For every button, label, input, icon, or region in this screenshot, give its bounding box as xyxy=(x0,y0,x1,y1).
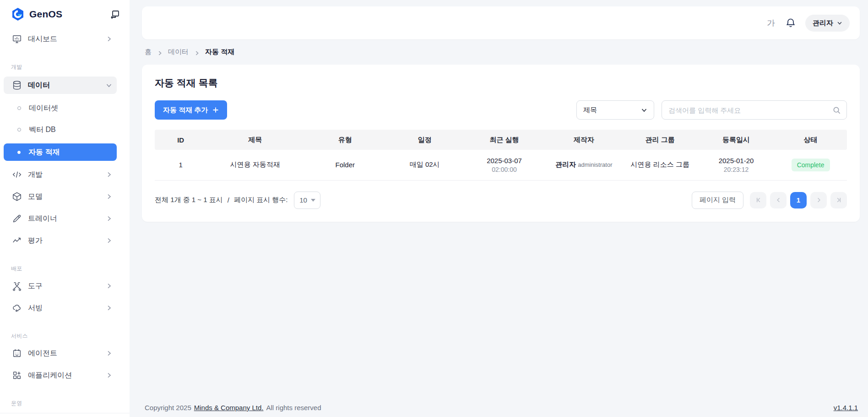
bullet-icon xyxy=(17,151,21,154)
main-area: 가 관리자 홈 데이터 자동 적재 자동 적재 목록 자동 적재 추가 xyxy=(130,0,868,417)
search-input[interactable] xyxy=(668,106,832,114)
first-page-icon xyxy=(755,197,762,203)
chevron-right-icon xyxy=(815,197,822,203)
breadcrumb: 홈 데이터 자동 적재 xyxy=(145,48,860,56)
rows-per-page-value: 10 xyxy=(299,196,307,204)
content-card: 자동 적재 목록 자동 적재 추가 제목 xyxy=(142,65,860,222)
sidebar-item-label: 데이터셋 xyxy=(29,104,58,113)
col-status: 상태 xyxy=(774,130,847,150)
caret-down-icon xyxy=(311,199,315,202)
cell-schedule: 매일 02시 xyxy=(387,150,463,180)
sidebar-item-label: 서빙 xyxy=(28,303,106,313)
sidebar-item-dataset[interactable]: 데이터셋 xyxy=(4,100,117,116)
chevron-down-icon xyxy=(106,82,112,88)
chevron-right-icon xyxy=(106,350,112,357)
database-icon xyxy=(12,80,22,90)
pencil-icon xyxy=(12,214,22,224)
cell-created-at: 2025-01-20 20:23:12 xyxy=(698,150,774,180)
font-size-toggle[interactable]: 가 xyxy=(767,17,775,28)
sidebar-item-label: 애플리케이션 xyxy=(28,371,106,380)
next-page-button[interactable] xyxy=(810,192,827,208)
sidebar-item-label: 트레이너 xyxy=(28,214,106,224)
table-header-row: ID 제목 유형 일정 최근 실행 제작자 관리 그룹 등록일시 상태 xyxy=(155,130,847,150)
bullet-icon xyxy=(17,128,21,132)
cell-title: 시연용 자동적재 xyxy=(206,150,304,180)
breadcrumb-current: 자동 적재 xyxy=(205,48,234,56)
chevron-right-icon xyxy=(106,36,112,42)
sidebar-bottom: 사용자 페이지 xyxy=(0,413,130,417)
cell-group: 시연용 리소스 그룹 xyxy=(622,150,698,180)
sidebar-nav: 대시보드 개발 데이터 데이터셋 벡터 xyxy=(0,26,130,413)
cell-creator: 관리자administrator xyxy=(546,150,622,180)
chevron-left-icon xyxy=(775,197,782,203)
breadcrumb-home[interactable]: 홈 xyxy=(145,48,152,56)
sidebar-item-label: 에이전트 xyxy=(28,349,106,358)
sidebar-item-develop[interactable]: 개발 xyxy=(4,167,117,182)
sidebar-item-application[interactable]: 애플리케이션 xyxy=(4,368,117,383)
sidebar-item-auto-load[interactable]: 자동 적재 xyxy=(4,143,117,161)
sidebar-item-tools[interactable]: 도구 xyxy=(4,278,117,294)
breadcrumb-data[interactable]: 데이터 xyxy=(168,48,189,56)
collapse-sidebar-icon[interactable] xyxy=(109,9,120,20)
sidebar-item-dashboard[interactable]: 대시보드 xyxy=(4,31,117,47)
first-page-button[interactable] xyxy=(750,192,766,208)
prev-page-button[interactable] xyxy=(770,192,787,208)
add-button-label: 자동 적재 추가 xyxy=(163,106,208,115)
sidebar-item-label: 대시보드 xyxy=(28,34,106,44)
chevron-right-icon xyxy=(106,193,112,200)
chevron-right-icon xyxy=(106,215,112,222)
cell-type: Folder xyxy=(304,150,386,180)
page-title: 자동 적재 목록 xyxy=(155,77,847,89)
cube-icon xyxy=(12,192,22,202)
chevron-right-icon xyxy=(106,237,112,244)
sidebar-item-trainer[interactable]: 트레이너 xyxy=(4,211,117,226)
col-creator: 제작자 xyxy=(546,130,622,150)
table-footer: 전체 1개 중 1 ~ 1 표시 / 페이지 표시 행수: 10 페이지 입력 xyxy=(155,192,847,209)
app-title: GenOS xyxy=(29,9,109,20)
rows-per-page-select[interactable]: 10 xyxy=(294,192,320,209)
page-input-button[interactable]: 페이지 입력 xyxy=(692,192,743,209)
chevron-right-icon xyxy=(106,171,112,178)
sidebar-item-vector-db[interactable]: 벡터 DB xyxy=(4,122,117,137)
top-bar: 가 관리자 xyxy=(142,6,860,39)
search-icon[interactable] xyxy=(832,106,841,115)
chevron-right-icon xyxy=(106,283,112,289)
toolbar: 자동 적재 추가 제목 xyxy=(155,100,847,120)
chart-icon xyxy=(12,236,22,246)
col-title: 제목 xyxy=(206,130,304,150)
section-label-operations: 운영 xyxy=(11,400,130,407)
sidebar-item-data[interactable]: 데이터 xyxy=(4,77,117,94)
chevron-right-icon xyxy=(194,49,200,55)
section-label-service: 서비스 xyxy=(11,332,130,340)
sidebar-item-label: 개발 xyxy=(28,170,106,180)
sidebar-item-evaluation[interactable]: 평가 xyxy=(4,233,117,248)
chevron-right-icon xyxy=(157,49,163,55)
copyright-suffix: All rights reserved xyxy=(266,404,321,412)
page-number-button[interactable]: 1 xyxy=(790,192,807,208)
version-link[interactable]: v1.4.1.1 xyxy=(834,404,858,412)
sidebar-item-label: 도구 xyxy=(28,281,106,291)
company-link[interactable]: Minds & Company Ltd. xyxy=(194,404,264,412)
sidebar-item-serving[interactable]: 서빙 xyxy=(4,300,117,316)
cell-last-run: 2025-03-07 02:00:00 xyxy=(463,150,546,180)
col-group: 관리 그룹 xyxy=(622,130,698,150)
profile-menu-button[interactable]: 관리자 xyxy=(805,15,850,32)
sidebar: GenOS 대시보드 개발 xyxy=(0,0,130,417)
genos-logo-icon xyxy=(11,7,25,21)
pagination: 1 xyxy=(750,192,847,208)
sidebar-item-agent[interactable]: 에이전트 xyxy=(4,346,117,361)
tools-icon xyxy=(12,281,22,291)
bullet-icon xyxy=(17,106,21,110)
summary-separator: / xyxy=(228,196,229,204)
col-type: 유형 xyxy=(304,130,386,150)
cell-id: 1 xyxy=(155,150,206,180)
dashboard-icon xyxy=(12,34,22,44)
bell-icon[interactable] xyxy=(785,17,796,28)
sidebar-item-model[interactable]: 모델 xyxy=(4,189,117,204)
table-row[interactable]: 1 시연용 자동적재 Folder 매일 02시 2025-03-07 02:0… xyxy=(155,150,847,180)
col-id: ID xyxy=(155,130,206,150)
plus-icon xyxy=(212,107,219,113)
search-field-select[interactable]: 제목 xyxy=(576,100,654,120)
add-auto-load-button[interactable]: 자동 적재 추가 xyxy=(155,100,227,120)
last-page-button[interactable] xyxy=(830,192,847,208)
